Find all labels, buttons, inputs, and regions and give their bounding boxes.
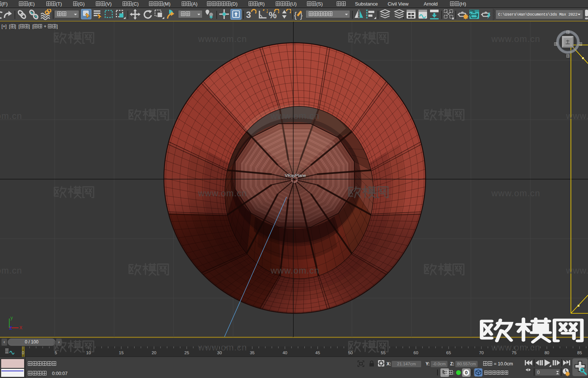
svg-text:y: y [10, 315, 13, 320]
svg-text:Z: Z [9, 326, 12, 331]
svg-text:X: X [19, 325, 22, 330]
svg-text:0: 0 [537, 370, 540, 375]
